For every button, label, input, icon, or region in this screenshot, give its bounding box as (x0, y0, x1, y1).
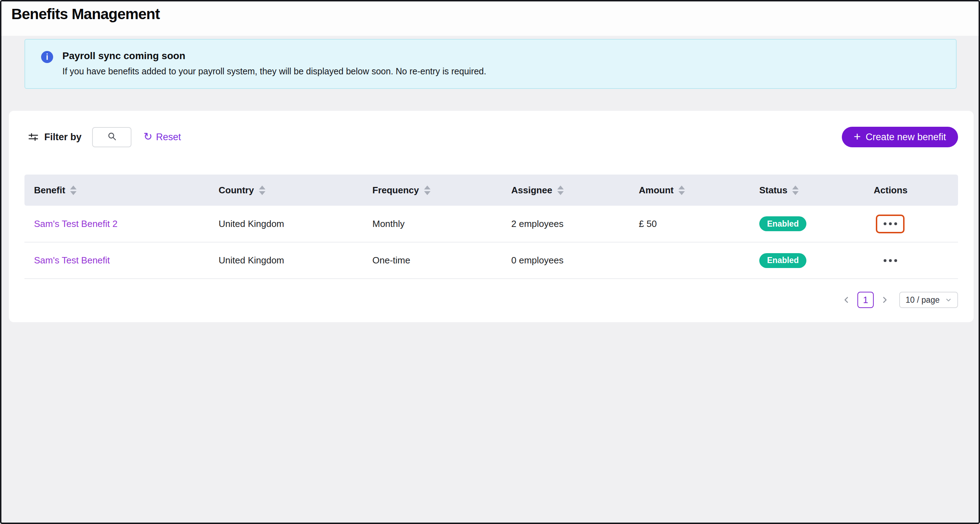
ellipsis-icon (884, 259, 886, 262)
cell-assignee: 2 employees (502, 206, 629, 242)
table-row: Sam's Test Benefit 2 United Kingdom Mont… (24, 206, 958, 242)
cell-amount (629, 242, 750, 279)
search-input[interactable] (92, 127, 132, 147)
column-label: Country (219, 185, 254, 196)
banner-text: Payroll sync coming soon If you have ben… (62, 50, 486, 78)
sort-icon (70, 186, 76, 195)
benefit-link[interactable]: Sam's Test Benefit 2 (34, 218, 118, 229)
prev-page-button[interactable] (841, 295, 852, 305)
cell-country: United Kingdom (209, 242, 363, 279)
cell-amount: £ 50 (629, 206, 750, 242)
banner-title: Payroll sync coming soon (62, 50, 486, 62)
cell-country: United Kingdom (209, 206, 363, 242)
payroll-sync-banner: i Payroll sync coming soon If you have b… (24, 39, 957, 89)
column-header-status[interactable]: Status (750, 175, 864, 206)
reset-label: Reset (156, 132, 181, 143)
cell-frequency: Monthly (363, 206, 502, 242)
column-label: Assignee (511, 185, 552, 196)
column-header-amount[interactable]: Amount (629, 175, 750, 206)
reset-icon: ↻ (143, 131, 152, 142)
sort-icon (678, 186, 685, 195)
create-new-benefit-label: Create new benefit (865, 132, 946, 143)
status-badge: Enabled (759, 216, 807, 231)
page-size-value: 10 / page (905, 295, 940, 305)
column-header-assignee[interactable]: Assignee (502, 175, 629, 206)
column-header-country[interactable]: Country (209, 175, 363, 206)
column-label: Actions (874, 185, 907, 196)
column-header-benefit[interactable]: Benefit (24, 175, 209, 206)
current-page[interactable]: 1 (858, 292, 874, 308)
reset-button[interactable]: ↻ Reset (143, 132, 181, 143)
pagination: 1 10 / page (24, 292, 958, 308)
sort-icon (424, 186, 431, 195)
search-icon (107, 132, 116, 142)
column-label: Status (759, 185, 787, 196)
info-icon: i (41, 51, 53, 63)
benefits-table: Benefit Country Frequency Assignee (24, 175, 958, 279)
chevron-left-icon (842, 295, 851, 304)
banner-body: If you have benefits added to your payro… (62, 66, 486, 76)
filter-icon (28, 132, 39, 142)
column-label: Amount (639, 185, 673, 196)
column-label: Frequency (372, 185, 419, 196)
sort-icon (259, 186, 266, 195)
column-header-frequency[interactable]: Frequency (363, 175, 502, 206)
sort-icon (792, 186, 799, 195)
table-toolbar: Filter by ↻ Reset + Create new benefit (24, 127, 958, 147)
column-header-actions: Actions (864, 175, 958, 206)
benefit-link[interactable]: Sam's Test Benefit (34, 255, 110, 265)
create-new-benefit-button[interactable]: + Create new benefit (842, 127, 958, 147)
cell-frequency: One-time (363, 242, 502, 279)
sort-icon (557, 186, 564, 195)
chevron-right-icon (880, 295, 889, 304)
next-page-button[interactable] (880, 295, 890, 305)
row-actions-button[interactable] (876, 214, 905, 233)
page-title: Benefits Management (11, 6, 978, 23)
table-row: Sam's Test Benefit United Kingdom One-ti… (24, 242, 958, 279)
page-header: Benefits Management (2, 2, 978, 36)
status-badge: Enabled (759, 253, 807, 268)
benefits-management-page: Benefits Management i Payroll sync comin… (0, 0, 980, 524)
table-header-row: Benefit Country Frequency Assignee (24, 175, 958, 206)
page-size-select[interactable]: 10 / page (899, 292, 958, 308)
row-actions-button[interactable] (876, 251, 905, 270)
cell-assignee: 0 employees (502, 242, 629, 279)
filter-by-label: Filter by (44, 132, 81, 143)
chevron-down-icon (945, 297, 951, 303)
plus-icon: + (854, 130, 861, 142)
ellipsis-icon (884, 222, 886, 225)
column-label: Benefit (34, 185, 65, 196)
benefits-card: Filter by ↻ Reset + Create new benefit (9, 111, 974, 322)
